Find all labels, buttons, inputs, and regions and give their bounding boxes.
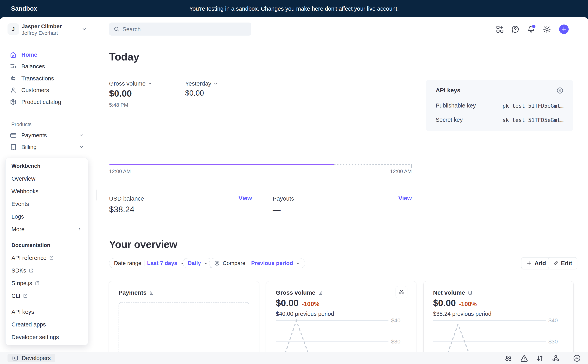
today-volume-chart [109, 160, 412, 169]
sidebar-resize-handle[interactable] [96, 189, 97, 201]
sidebar-item-label: Balances [21, 63, 45, 70]
edit-button[interactable]: Edit [548, 257, 577, 269]
chevron-down-icon[interactable] [79, 144, 84, 150]
pill-divider [144, 260, 144, 266]
popup-group-settings: API keys Created apps Developer settings [6, 304, 88, 345]
sidebar-item-label: Transactions [21, 75, 54, 82]
sidebar-item-balances[interactable]: Balances [9, 62, 45, 71]
sandbox-banner-message: You're testing in a sandbox. Changes you… [0, 6, 588, 12]
secret-key-value[interactable]: sk_test_51TFD5eGmt… [503, 117, 563, 123]
binoculars-explore-button[interactable] [395, 286, 407, 298]
yesterday-selector[interactable]: Yesterday [185, 80, 218, 87]
popup-item-developer-settings[interactable]: Developer settings [6, 331, 88, 344]
y-tick-30: $30 [549, 338, 558, 345]
external-link-icon [23, 293, 28, 298]
date-range-filter[interactable]: Date range Last 7 days [109, 258, 189, 268]
warning-triangle-icon[interactable] [520, 354, 529, 363]
compare-value: Previous period [251, 260, 293, 266]
yesterday-value: $0.00 [185, 89, 204, 98]
usd-balance-value: $38.24 [109, 205, 134, 214]
payouts-value: — [273, 206, 281, 214]
sidebar-item-home[interactable]: Home [9, 50, 37, 59]
interval-filter[interactable]: Daily [183, 258, 213, 268]
product-catalog-icon [9, 98, 17, 106]
remove-compare-icon[interactable] [214, 260, 220, 266]
payments-icon [9, 132, 17, 139]
popup-item-events[interactable]: Events [6, 198, 88, 210]
overview-heading: Your overview [109, 238, 177, 250]
developers-popup-menu: Workbench Overview Webhooks Events Logs … [5, 158, 88, 345]
search-icon [113, 26, 120, 32]
date-range-label: Date range [114, 260, 142, 266]
up-down-arrows-icon[interactable] [536, 354, 544, 363]
payments-card[interactable]: Payments [109, 281, 259, 356]
popup-item-cli[interactable]: CLI [6, 290, 88, 302]
info-icon [318, 290, 323, 295]
chevron-down-icon [296, 261, 300, 265]
chevron-down-icon[interactable] [79, 132, 84, 138]
sidebar-item-customers[interactable]: Customers [9, 85, 49, 95]
net-volume-amount: $0.00 [433, 298, 456, 308]
gross-volume-previous: $40.00 previous period [276, 311, 334, 317]
compare-filter[interactable]: Compare Previous period [209, 258, 305, 268]
webhook-icon[interactable] [551, 354, 560, 363]
home-icon [9, 51, 17, 58]
sidebar-item-billing[interactable]: Billing [9, 142, 37, 152]
sidebar-item-product-catalog[interactable]: Product catalog [9, 97, 61, 107]
chevron-down-icon [81, 26, 87, 32]
gross-volume-card[interactable]: Gross volume $0.00 -100% $40.00 previous… [266, 281, 416, 356]
chevron-down-icon [213, 81, 218, 86]
net-volume-minichart: $40 $30 [433, 318, 564, 356]
net-volume-delta: -100% [459, 301, 477, 308]
apps-grid-icon[interactable] [496, 25, 504, 34]
yesterday-label: Yesterday [185, 80, 211, 87]
popup-item-more[interactable]: More [6, 223, 88, 235]
popup-item-logs[interactable]: Logs [6, 210, 88, 223]
popup-item-created-apps[interactable]: Created apps [6, 318, 88, 331]
gross-volume-card-title: Gross volume [276, 289, 315, 296]
sidebar-item-label: Customers [21, 87, 49, 93]
sidebar-item-transactions[interactable]: Transactions [9, 74, 54, 83]
terminal-icon [12, 355, 19, 361]
popup-group-workbench: Workbench Overview Webhooks Events Logs … [6, 158, 88, 237]
developers-bar: Developers [0, 352, 588, 364]
help-icon[interactable] [511, 25, 520, 34]
popup-item-api-reference[interactable]: API reference [6, 252, 88, 264]
developers-toggle[interactable]: Developers [7, 354, 55, 362]
billing-icon [9, 143, 17, 151]
net-volume-previous: $38.24 previous period [433, 311, 491, 317]
gross-volume-minichart: $40 $30 [276, 318, 407, 356]
settings-gear-icon[interactable] [543, 25, 551, 34]
usd-balance-view-link[interactable]: View [227, 195, 252, 202]
search-input[interactable] [122, 23, 247, 36]
popup-item-api-keys[interactable]: API keys [6, 306, 88, 318]
net-volume-card[interactable]: Net volume $0.00 -100% $38.24 previous p… [424, 281, 573, 356]
popup-item-webhooks[interactable]: Webhooks [6, 185, 88, 198]
avatar: J [7, 23, 19, 35]
popup-item-sdks[interactable]: SDKs [6, 264, 88, 277]
balances-icon [9, 63, 17, 70]
payouts-view-link[interactable]: View [387, 195, 412, 202]
popup-item-stripejs[interactable]: Stripe.js [6, 277, 88, 290]
binoculars-icon[interactable] [504, 354, 513, 363]
interval-value: Daily [188, 260, 201, 266]
edit-button-label: Edit [561, 260, 572, 266]
api-keys-title: API keys [436, 87, 460, 94]
date-range-value: Last 7 days [147, 260, 177, 266]
sidebar-item-payments[interactable]: Payments [9, 131, 47, 140]
gross-volume-delta: -100% [302, 301, 319, 308]
sidebar-item-label: Product catalog [21, 99, 61, 105]
close-icon[interactable] [556, 87, 564, 94]
sidebar-section-products: Products [11, 121, 32, 127]
add-button[interactable]: Add [521, 257, 551, 269]
notifications-bell-icon[interactable] [527, 25, 536, 34]
sidebar-item-label: Billing [21, 144, 37, 150]
sandbox-banner: Sandbox You're testing in a sandbox. Cha… [0, 0, 588, 17]
publishable-key-value[interactable]: pk_test_51TFD5eGmt… [503, 103, 563, 109]
gross-volume-value: $0.00 [109, 88, 132, 99]
popup-item-overview[interactable]: Overview [6, 172, 88, 185]
create-button[interactable] [559, 25, 569, 34]
gross-volume-selector[interactable]: Gross volume [109, 80, 152, 87]
collapse-chevron-up-icon[interactable] [573, 354, 581, 363]
account-switcher[interactable]: J Jasper Climber Jeffrey Everhart [7, 23, 87, 35]
